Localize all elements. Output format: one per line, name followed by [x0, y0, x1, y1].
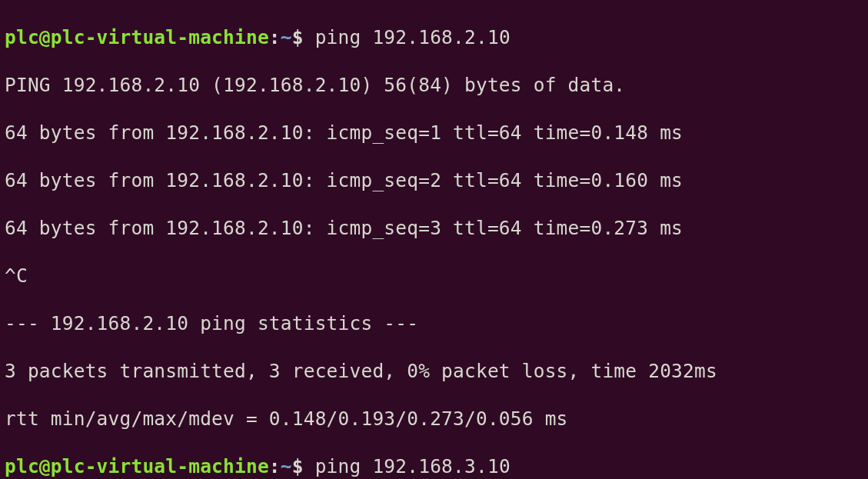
stats-title-1: --- 192.168.2.10 ping statistics --- [5, 311, 863, 335]
prompt-colon: : [269, 455, 281, 477]
ping-reply: 64 bytes from 192.168.2.10: icmp_seq=2 t… [5, 168, 863, 192]
prompt-dollar: $ [292, 455, 304, 477]
command-2: ping 192.168.3.10 [315, 455, 510, 477]
interrupt-1: ^C [5, 264, 863, 288]
prompt-path: ~ [281, 26, 292, 48]
prompt-line-2: plc@plc-virtual-machine:~$ ping 192.168.… [5, 454, 863, 478]
stats-summary-1: 3 packets transmitted, 3 received, 0% pa… [5, 359, 863, 383]
terminal-output[interactable]: plc@plc-virtual-machine:~$ ping 192.168.… [0, 0, 868, 479]
prompt-path: ~ [281, 455, 292, 477]
prompt-line-1: plc@plc-virtual-machine:~$ ping 192.168.… [5, 25, 863, 49]
user-host: plc@plc-virtual-machine [5, 26, 269, 48]
user-host: plc@plc-virtual-machine [5, 455, 269, 477]
ping-header-1: PING 192.168.2.10 (192.168.2.10) 56(84) … [5, 73, 863, 97]
stats-rtt-1: rtt min/avg/max/mdev = 0.148/0.193/0.273… [5, 407, 863, 431]
ping-reply: 64 bytes from 192.168.2.10: icmp_seq=3 t… [5, 216, 863, 240]
ping-reply: 64 bytes from 192.168.2.10: icmp_seq=1 t… [5, 121, 863, 145]
command-1: ping 192.168.2.10 [315, 26, 510, 48]
prompt-dollar: $ [292, 26, 304, 48]
prompt-colon: : [269, 26, 281, 48]
